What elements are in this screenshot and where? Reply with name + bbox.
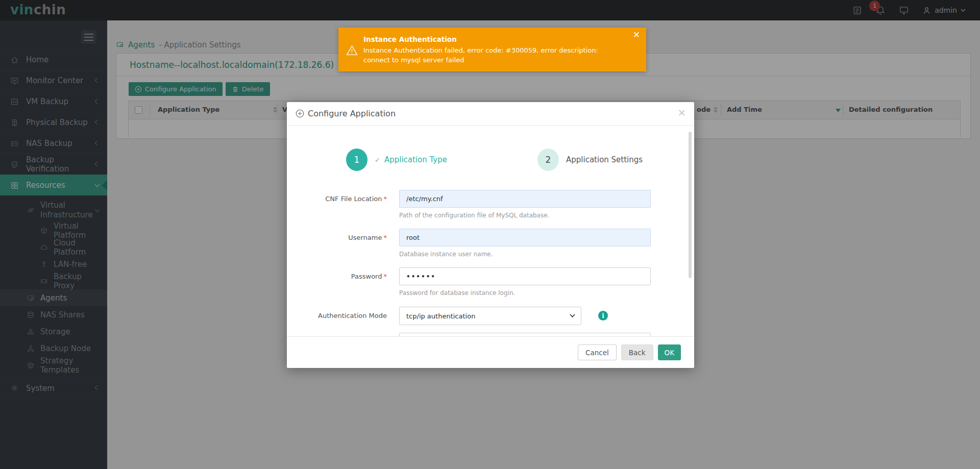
- modal-header: Configure Application: [287, 102, 694, 126]
- cnf-file-location-help: Path of the configuration file of MySQL …: [399, 212, 549, 219]
- modal-footer: Cancel Back OK: [287, 336, 694, 368]
- cancel-button[interactable]: Cancel: [578, 344, 617, 360]
- wizard-step-1[interactable]: 1 ✓ Application Type: [346, 149, 447, 171]
- password-help: Password for database instance login.: [399, 289, 515, 297]
- toast-message: Instance Authentication failed, error co…: [363, 45, 621, 65]
- modal-scrollbar-thumb[interactable]: [689, 132, 692, 278]
- step-2-label[interactable]: Application Settings: [566, 155, 643, 164]
- ok-button[interactable]: OK: [658, 344, 681, 360]
- required-asterisk: *: [384, 195, 387, 203]
- authentication-mode-label: Authentication Mode: [318, 312, 387, 319]
- modal-body: 1 ✓ Application Type 2 Application Setti…: [287, 126, 694, 336]
- toast-title: Instance Authentication: [363, 34, 626, 44]
- next-field-partial-input[interactable]: [399, 333, 651, 336]
- select-chevron-icon: [570, 314, 575, 318]
- required-asterisk: *: [384, 234, 387, 241]
- username-label: Username: [348, 234, 382, 241]
- info-icon[interactable]: i: [598, 311, 608, 320]
- back-button[interactable]: Back: [621, 344, 653, 360]
- password-input[interactable]: [399, 267, 651, 285]
- step-1-check-icon: ✓: [375, 156, 380, 164]
- modal-close-icon[interactable]: ×: [677, 107, 686, 117]
- error-toast: Instance Authentication Instance Authent…: [338, 28, 646, 71]
- authentication-mode-value: tcp/ip authentication: [406, 312, 475, 320]
- step-2-circle[interactable]: 2: [537, 149, 559, 171]
- circle-plus-icon: [296, 109, 304, 118]
- username-input[interactable]: [399, 229, 651, 246]
- authentication-mode-row: Authentication Mode tcp/ip authenticatio…: [287, 307, 694, 325]
- step-1-circle[interactable]: 1: [346, 149, 368, 171]
- wizard-step-2[interactable]: 2 Application Settings: [537, 149, 643, 171]
- warning-triangle-icon: [346, 45, 358, 58]
- configure-application-modal: Configure Application × 1 ✓ Application …: [287, 102, 694, 368]
- password-label: Password: [351, 273, 382, 280]
- cnf-file-location-label: CNF File Location: [325, 195, 382, 203]
- username-help: Database instance user name.: [399, 251, 493, 258]
- cnf-file-location-input[interactable]: [399, 190, 651, 208]
- toast-close-icon[interactable]: ✕: [633, 31, 640, 39]
- modal-title: Configure Application: [308, 109, 396, 118]
- authentication-mode-select[interactable]: tcp/ip authentication: [399, 307, 581, 325]
- required-asterisk: *: [384, 273, 387, 280]
- step-1-label[interactable]: Application Type: [384, 155, 447, 164]
